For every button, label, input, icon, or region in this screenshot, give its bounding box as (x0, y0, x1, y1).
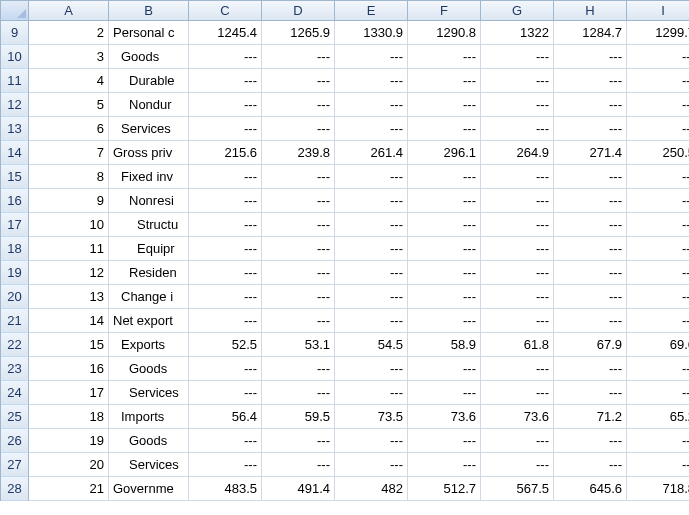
cell-C19[interactable]: --- (189, 261, 262, 285)
cell-G14[interactable]: 264.9 (481, 141, 554, 165)
cell-D21[interactable]: --- (262, 309, 335, 333)
cell-H20[interactable]: --- (554, 285, 627, 309)
row-header-28[interactable]: 28 (1, 477, 29, 501)
cell-A21[interactable]: 14 (29, 309, 109, 333)
cell-D26[interactable]: --- (262, 429, 335, 453)
cell-C15[interactable]: --- (189, 165, 262, 189)
cell-B28[interactable]: Governme (109, 477, 189, 501)
cell-H11[interactable]: --- (554, 69, 627, 93)
select-all-corner[interactable] (1, 1, 29, 21)
cell-H26[interactable]: --- (554, 429, 627, 453)
cell-B21[interactable]: Net export (109, 309, 189, 333)
cell-F9[interactable]: 1290.8 (408, 21, 481, 45)
cell-A20[interactable]: 13 (29, 285, 109, 309)
row-header-12[interactable]: 12 (1, 93, 29, 117)
cell-A13[interactable]: 6 (29, 117, 109, 141)
cell-F18[interactable]: --- (408, 237, 481, 261)
row-header-20[interactable]: 20 (1, 285, 29, 309)
cell-B26[interactable]: Goods (109, 429, 189, 453)
cell-D20[interactable]: --- (262, 285, 335, 309)
cell-F13[interactable]: --- (408, 117, 481, 141)
cell-A16[interactable]: 9 (29, 189, 109, 213)
cell-B19[interactable]: Residen (109, 261, 189, 285)
cell-F27[interactable]: --- (408, 453, 481, 477)
cell-E22[interactable]: 54.5 (335, 333, 408, 357)
cell-C16[interactable]: --- (189, 189, 262, 213)
cell-G28[interactable]: 567.5 (481, 477, 554, 501)
row-header-13[interactable]: 13 (1, 117, 29, 141)
cell-F14[interactable]: 296.1 (408, 141, 481, 165)
cell-C18[interactable]: --- (189, 237, 262, 261)
cell-C22[interactable]: 52.5 (189, 333, 262, 357)
cell-E14[interactable]: 261.4 (335, 141, 408, 165)
cell-E15[interactable]: --- (335, 165, 408, 189)
cell-F26[interactable]: --- (408, 429, 481, 453)
cell-A19[interactable]: 12 (29, 261, 109, 285)
cell-E17[interactable]: --- (335, 213, 408, 237)
cell-C25[interactable]: 56.4 (189, 405, 262, 429)
cell-C24[interactable]: --- (189, 381, 262, 405)
cell-I28[interactable]: 718.8 (627, 477, 689, 501)
cell-G15[interactable]: --- (481, 165, 554, 189)
cell-G13[interactable]: --- (481, 117, 554, 141)
cell-I16[interactable]: --- (627, 189, 689, 213)
cell-D16[interactable]: --- (262, 189, 335, 213)
cell-E11[interactable]: --- (335, 69, 408, 93)
cell-E28[interactable]: 482 (335, 477, 408, 501)
cell-B11[interactable]: Durable (109, 69, 189, 93)
cell-B15[interactable]: Fixed inv (109, 165, 189, 189)
row-header-15[interactable]: 15 (1, 165, 29, 189)
cell-B20[interactable]: Change i (109, 285, 189, 309)
cell-G11[interactable]: --- (481, 69, 554, 93)
cell-A25[interactable]: 18 (29, 405, 109, 429)
cell-E19[interactable]: --- (335, 261, 408, 285)
cell-C17[interactable]: --- (189, 213, 262, 237)
cell-C21[interactable]: --- (189, 309, 262, 333)
cell-D14[interactable]: 239.8 (262, 141, 335, 165)
row-header-18[interactable]: 18 (1, 237, 29, 261)
cell-A10[interactable]: 3 (29, 45, 109, 69)
cell-F16[interactable]: --- (408, 189, 481, 213)
row-header-19[interactable]: 19 (1, 261, 29, 285)
column-header-I[interactable]: I (627, 1, 689, 21)
cell-A22[interactable]: 15 (29, 333, 109, 357)
cell-B24[interactable]: Services (109, 381, 189, 405)
cell-F10[interactable]: --- (408, 45, 481, 69)
cell-I26[interactable]: --- (627, 429, 689, 453)
row-header-25[interactable]: 25 (1, 405, 29, 429)
cell-B18[interactable]: Equipr (109, 237, 189, 261)
cell-A17[interactable]: 10 (29, 213, 109, 237)
column-header-D[interactable]: D (262, 1, 335, 21)
cell-I15[interactable]: --- (627, 165, 689, 189)
cell-E24[interactable]: --- (335, 381, 408, 405)
cell-H23[interactable]: --- (554, 357, 627, 381)
cell-I24[interactable]: --- (627, 381, 689, 405)
row-header-23[interactable]: 23 (1, 357, 29, 381)
cell-I22[interactable]: 69.6 (627, 333, 689, 357)
cell-F19[interactable]: --- (408, 261, 481, 285)
cell-A12[interactable]: 5 (29, 93, 109, 117)
cell-B14[interactable]: Gross priv (109, 141, 189, 165)
cell-A14[interactable]: 7 (29, 141, 109, 165)
row-header-16[interactable]: 16 (1, 189, 29, 213)
cell-H15[interactable]: --- (554, 165, 627, 189)
column-header-G[interactable]: G (481, 1, 554, 21)
column-header-E[interactable]: E (335, 1, 408, 21)
cell-G17[interactable]: --- (481, 213, 554, 237)
cell-H28[interactable]: 645.6 (554, 477, 627, 501)
cell-A15[interactable]: 8 (29, 165, 109, 189)
cell-E16[interactable]: --- (335, 189, 408, 213)
cell-D22[interactable]: 53.1 (262, 333, 335, 357)
cell-I19[interactable]: --- (627, 261, 689, 285)
cell-I11[interactable]: --- (627, 69, 689, 93)
cell-F15[interactable]: --- (408, 165, 481, 189)
cell-C23[interactable]: --- (189, 357, 262, 381)
cell-B10[interactable]: Goods (109, 45, 189, 69)
cell-D12[interactable]: --- (262, 93, 335, 117)
cell-F12[interactable]: --- (408, 93, 481, 117)
cell-G20[interactable]: --- (481, 285, 554, 309)
cell-E9[interactable]: 1330.9 (335, 21, 408, 45)
row-header-26[interactable]: 26 (1, 429, 29, 453)
cell-B13[interactable]: Services (109, 117, 189, 141)
cell-F24[interactable]: --- (408, 381, 481, 405)
